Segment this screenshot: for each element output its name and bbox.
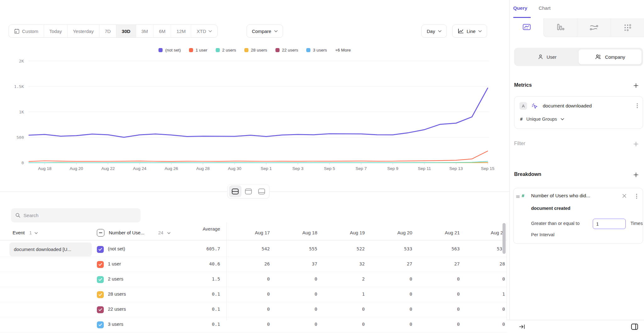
range-label: 7D bbox=[105, 29, 111, 34]
plus-icon bbox=[634, 172, 638, 177]
table-header-row: Event 1 Number of Use... 24 Average Aug … bbox=[0, 226, 507, 240]
range-today-button[interactable]: Today bbox=[44, 25, 68, 37]
numeric-property-icon: # bbox=[522, 193, 524, 198]
chart-type-button[interactable]: Line bbox=[452, 25, 487, 38]
search-input[interactable] bbox=[24, 213, 136, 218]
chevron-down-icon[interactable] bbox=[167, 232, 170, 234]
add-breakdown-button[interactable] bbox=[632, 171, 640, 178]
metric-aggregation[interactable]: # Unique Groups bbox=[520, 117, 564, 122]
tab-chart[interactable]: Chart bbox=[539, 5, 551, 11]
legend-item[interactable]: 3 users bbox=[306, 48, 327, 52]
breakdown-property-name[interactable]: Number of Users who did... bbox=[531, 193, 590, 199]
date-column-header[interactable]: Aug 21 bbox=[422, 230, 460, 235]
legend-item[interactable]: 1 user bbox=[189, 48, 208, 52]
average-column-header[interactable]: Average bbox=[182, 226, 220, 232]
date-column-header[interactable]: Aug 22 bbox=[468, 230, 506, 235]
event-row-cell[interactable]: document downloaded [U... bbox=[9, 243, 92, 256]
cell-value: 0 bbox=[422, 276, 460, 281]
cell-value: 0 bbox=[327, 322, 365, 327]
breakdown-card[interactable]: # Number of Users who did... document cr… bbox=[513, 188, 643, 244]
row-checkbox[interactable] bbox=[97, 261, 104, 268]
x-axis-label: Aug 22 bbox=[101, 166, 115, 171]
row-checkbox[interactable] bbox=[97, 306, 104, 313]
range-3m-button[interactable]: 3M bbox=[136, 25, 154, 37]
event-sparkle-icon bbox=[531, 103, 538, 110]
legend-more-button[interactable]: +6 More bbox=[335, 48, 351, 52]
range-custom-button[interactable]: Custom bbox=[9, 25, 44, 37]
close-icon[interactable] bbox=[622, 194, 626, 198]
granularity-button[interactable]: Day bbox=[421, 25, 447, 38]
chevron-down-icon bbox=[274, 30, 278, 32]
chevron-down-icon bbox=[208, 30, 212, 32]
metric-card[interactable]: A document downloaded # Unique Groups bbox=[514, 96, 643, 129]
x-axis-label: Aug 26 bbox=[164, 166, 178, 171]
legend-label: 22 users bbox=[282, 48, 298, 52]
series-column-header[interactable]: Number of Use... bbox=[109, 230, 144, 235]
legend-item[interactable]: 28 users bbox=[244, 48, 267, 52]
average-value: 0.1 bbox=[182, 292, 220, 297]
legend-item[interactable]: 22 users bbox=[275, 48, 298, 52]
legend-item[interactable]: (not set) bbox=[158, 48, 181, 52]
range-6m-button[interactable]: 6M bbox=[153, 25, 171, 37]
layout-split-button[interactable] bbox=[229, 185, 242, 197]
row-checkbox[interactable] bbox=[97, 246, 104, 253]
metric-menu-button[interactable] bbox=[636, 102, 639, 109]
split-layout-icon bbox=[232, 188, 239, 194]
drag-handle-icon[interactable] bbox=[516, 195, 520, 198]
table-row: document downloaded [U...(not set)605.75… bbox=[0, 242, 507, 257]
row-series-label: 3 users bbox=[108, 321, 123, 327]
cell-value: 0 bbox=[467, 307, 505, 312]
scope-company-option[interactable]: Company bbox=[579, 49, 641, 64]
add-metric-button[interactable] bbox=[632, 82, 640, 89]
scope-user-label: User bbox=[547, 54, 557, 60]
range-xtd-button[interactable]: XTD bbox=[191, 25, 217, 37]
cell-value: 522 bbox=[327, 246, 365, 251]
select-all-checkbox[interactable] bbox=[97, 229, 104, 237]
date-column-header[interactable]: Aug 20 bbox=[375, 230, 412, 235]
segmentation-chart-tab[interactable] bbox=[510, 18, 543, 37]
date-column-header[interactable]: Aug 19 bbox=[327, 230, 365, 235]
panel-footer bbox=[507, 320, 644, 333]
row-checkbox[interactable] bbox=[97, 321, 104, 328]
collapse-panel-icon[interactable] bbox=[519, 324, 525, 329]
range-yesterday-button[interactable]: Yesterday bbox=[68, 25, 99, 37]
flow-chart-tab[interactable] bbox=[577, 18, 611, 37]
check-icon bbox=[98, 308, 102, 311]
legend-item[interactable]: 2 users bbox=[216, 48, 236, 52]
add-filter-button[interactable] bbox=[632, 140, 640, 148]
range-7d-button[interactable]: 7D bbox=[99, 25, 116, 37]
date-column-header[interactable]: Aug 17 bbox=[232, 230, 270, 235]
compare-label: Compare bbox=[252, 29, 271, 34]
flow-icon bbox=[590, 24, 598, 31]
range-12m-button[interactable]: 12M bbox=[171, 25, 191, 37]
breakdown-condition-label[interactable]: Greater than or equal to bbox=[531, 221, 580, 226]
times-unit-label: Times bbox=[630, 221, 643, 226]
vertical-scrollbar[interactable] bbox=[502, 223, 506, 254]
layout-table-only-button[interactable] bbox=[255, 185, 268, 197]
event-column-header[interactable]: Event bbox=[13, 230, 25, 235]
cell-value: 0 bbox=[280, 276, 317, 281]
scope-user-option[interactable]: User bbox=[516, 49, 579, 64]
row-checkbox[interactable] bbox=[97, 276, 104, 283]
breakdown-menu-button[interactable] bbox=[635, 193, 638, 200]
layout-chart-only-button[interactable] bbox=[242, 185, 255, 197]
legend-label: 2 users bbox=[222, 48, 236, 52]
series-line-2 users bbox=[29, 161, 488, 163]
metric-event-name[interactable]: document downloaded bbox=[543, 103, 592, 109]
bar-chart-tab[interactable] bbox=[543, 18, 577, 37]
cell-value: 0 bbox=[232, 322, 270, 327]
date-column-header[interactable]: Aug 18 bbox=[280, 230, 317, 235]
row-checkbox[interactable] bbox=[97, 291, 104, 298]
cell-value: 32 bbox=[327, 261, 365, 266]
x-axis-label: Sep 13 bbox=[449, 166, 463, 171]
chevron-down-icon[interactable] bbox=[35, 232, 38, 234]
tab-query[interactable]: Query bbox=[513, 5, 527, 11]
range-30d-button[interactable]: 30D bbox=[116, 25, 136, 37]
times-input[interactable] bbox=[593, 219, 626, 229]
side-panel-icon[interactable] bbox=[631, 324, 638, 330]
x-axis-label: Sep 3 bbox=[292, 166, 303, 171]
per-interval-label[interactable]: Per Interval bbox=[531, 232, 554, 237]
grid-chart-tab[interactable] bbox=[611, 18, 644, 37]
compare-button[interactable]: Compare bbox=[247, 25, 283, 38]
legend-swatch bbox=[275, 48, 280, 52]
